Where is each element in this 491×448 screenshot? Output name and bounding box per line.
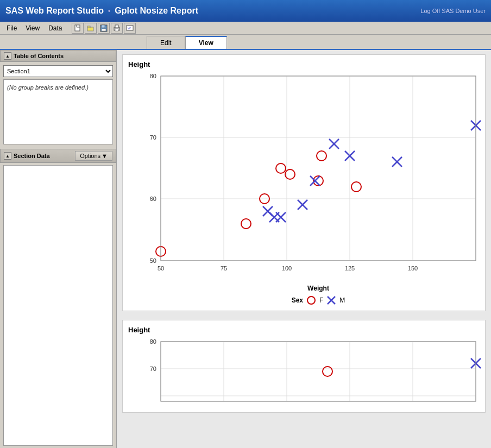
legend-m-icon bbox=[326, 295, 336, 305]
chart-1-container: Height bbox=[122, 54, 486, 311]
svg-text:80: 80 bbox=[150, 338, 156, 345]
tab-row: Edit View bbox=[0, 35, 491, 50]
chart-2-container: Height 80 70 bbox=[122, 320, 486, 413]
chart-2-svg: 80 70 bbox=[139, 336, 487, 407]
svg-text:75: 75 bbox=[221, 265, 227, 272]
menu-data[interactable]: Data bbox=[44, 23, 66, 33]
svg-text:150: 150 bbox=[408, 265, 418, 272]
svg-rect-9 bbox=[115, 25, 118, 28]
section-data-header[interactable]: ▲ Section Data Options ▼ bbox=[0, 149, 116, 163]
tab-edit[interactable]: Edit bbox=[147, 36, 185, 49]
toc-box: (No group breaks are defined.) bbox=[3, 79, 113, 144]
legend-m-label: M bbox=[339, 296, 345, 304]
svg-text:80: 80 bbox=[150, 73, 156, 79]
toc-no-groups-text: (No group breaks are defined.) bbox=[6, 82, 110, 93]
chart-1-title: Height bbox=[128, 60, 480, 68]
section-data-title: Section Data bbox=[14, 153, 50, 159]
content-area[interactable]: Height bbox=[117, 50, 491, 448]
sidebar: ▲ Table of Contents Section1 (No group b… bbox=[0, 50, 117, 448]
svg-text:125: 125 bbox=[345, 265, 355, 272]
section-data-collapse-btn[interactable]: ▲ bbox=[4, 152, 11, 160]
toc-title: Table of Contents bbox=[14, 53, 64, 59]
section-data-panel bbox=[3, 165, 113, 446]
menu-file[interactable]: File bbox=[2, 23, 21, 33]
svg-rect-13 bbox=[161, 76, 476, 261]
report-name-text: Gplot Nosize Report bbox=[115, 6, 198, 16]
menu-view[interactable]: View bbox=[21, 23, 44, 33]
svg-text:50: 50 bbox=[150, 257, 156, 264]
app-name-text: SAS Web Report Studio bbox=[5, 6, 104, 16]
chart-1-legend: Sex F M bbox=[161, 295, 476, 305]
chart-1-svg: 80 70 60 50 50 75 100 125 150 bbox=[139, 71, 487, 282]
svg-rect-7 bbox=[102, 29, 106, 31]
legend-sex-label: Sex bbox=[292, 296, 303, 304]
svg-rect-6 bbox=[102, 25, 105, 28]
options-button[interactable]: Options ▼ bbox=[75, 151, 112, 161]
svg-text:W: W bbox=[128, 27, 131, 30]
svg-point-52 bbox=[307, 296, 315, 304]
separator: • bbox=[108, 7, 110, 15]
chart-1-area: 80 70 60 50 50 75 100 125 150 bbox=[139, 71, 480, 305]
main-layout: ▲ Table of Contents Section1 (No group b… bbox=[0, 50, 491, 448]
top-bar: SAS Web Report Studio • Gplot Nosize Rep… bbox=[0, 0, 491, 22]
chart-2-area: 80 70 bbox=[139, 336, 480, 407]
toolbar-print-btn[interactable] bbox=[111, 23, 123, 34]
svg-text:70: 70 bbox=[150, 134, 156, 141]
chart-2-title: Height bbox=[128, 326, 480, 334]
logoff-link[interactable]: Log Off SAS Demo User bbox=[420, 8, 486, 14]
tab-view[interactable]: View bbox=[185, 36, 227, 49]
svg-text:50: 50 bbox=[158, 265, 164, 272]
svg-rect-4 bbox=[87, 26, 90, 28]
svg-rect-0 bbox=[75, 25, 80, 31]
svg-text:100: 100 bbox=[282, 265, 292, 272]
menu-bar: File View Data W bbox=[0, 22, 491, 35]
svg-text:70: 70 bbox=[150, 365, 156, 372]
options-arrow-icon: ▼ bbox=[102, 153, 108, 159]
toc-header[interactable]: ▲ Table of Contents bbox=[0, 50, 116, 62]
svg-rect-55 bbox=[161, 342, 476, 401]
toolbar-export-btn[interactable]: W bbox=[124, 23, 136, 34]
toc-section-dropdown[interactable]: Section1 bbox=[3, 65, 113, 77]
svg-rect-10 bbox=[115, 29, 118, 31]
toolbar-new-btn[interactable] bbox=[72, 23, 84, 34]
toolbar-open-btn[interactable] bbox=[85, 23, 97, 34]
legend-f-label: F bbox=[319, 296, 323, 304]
toc-body: Section1 (No group breaks are defined.) bbox=[0, 62, 116, 148]
svg-text:60: 60 bbox=[150, 195, 156, 202]
app-title: SAS Web Report Studio • Gplot Nosize Rep… bbox=[5, 6, 198, 16]
toolbar-save-btn[interactable] bbox=[98, 23, 110, 34]
toc-collapse-btn[interactable]: ▲ bbox=[4, 52, 11, 60]
chart-1-x-label: Weight bbox=[161, 285, 476, 292]
legend-f-icon bbox=[306, 295, 316, 305]
